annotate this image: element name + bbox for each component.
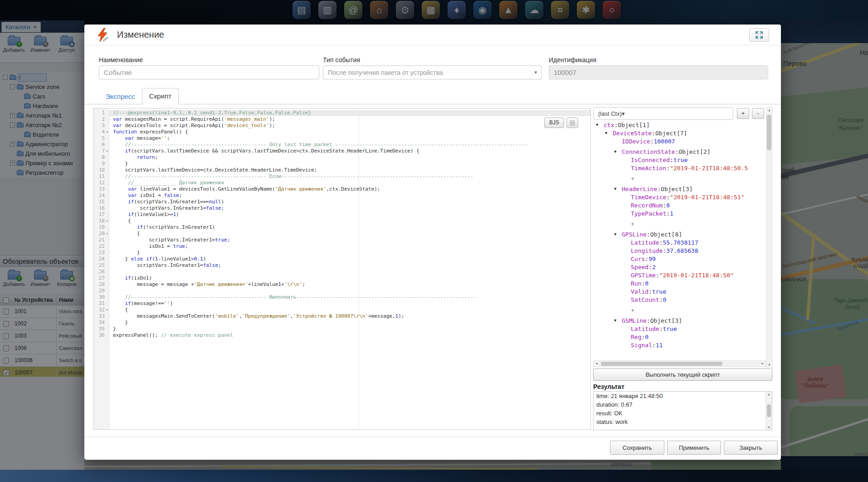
property-value: 0 — [666, 202, 670, 209]
context-tree-item-run[interactable]: Run: 0 — [593, 279, 766, 287]
plus-icon[interactable]: + — [631, 307, 634, 314]
scroll-right-icon[interactable]: ► — [761, 362, 764, 365]
scroll-up-icon[interactable]: ▲ — [767, 393, 770, 396]
script-editor[interactable]: 1//---@express{line1-9,1,,0.1_send1-2,Tr… — [93, 108, 591, 430]
scrollbar-thumb[interactable] — [601, 362, 722, 366]
context-tree-item-timeaction[interactable]: TimeAction: "2019-01-21T18:48:50.5 — [593, 164, 766, 172]
inspector-horizontal-scrollbar[interactable]: ◄ ► — [593, 360, 766, 367]
context-tree-item-iddevice[interactable]: IDDevice: 100007 — [593, 137, 766, 145]
property-key: IDDevice — [622, 138, 650, 145]
collapse-arrow-icon[interactable]: ▼ — [614, 318, 622, 323]
property-value: Object[3] — [650, 317, 682, 324]
context-tree-item-ctx[interactable]: ▼ctx: Object[1] — [593, 121, 766, 129]
tab-express[interactable]: Экспресс — [99, 89, 142, 104]
inspector-vertical-scrollbar[interactable]: ▲ ▼ — [766, 107, 772, 368]
scroll-down-icon[interactable]: ▼ — [768, 363, 771, 366]
bjs-button[interactable]: BJS — [544, 118, 564, 128]
result-scrollbar[interactable]: ▲ ▼ — [766, 392, 772, 430]
scroll-up-icon[interactable]: ▲ — [768, 108, 771, 112]
code-line-29: 29 — [94, 288, 590, 294]
context-tree-item-connectionstate[interactable]: ▼ConnectionState: Object[2] — [593, 148, 766, 156]
scrollbar-thumb[interactable] — [767, 115, 771, 150]
tree-expand-more[interactable]: + — [593, 220, 766, 228]
code-line-18: 18▾ { — [94, 218, 590, 224]
code-text: if(lineValue1>=1) — [109, 211, 590, 218]
context-tree-item-reg[interactable]: Reg: 0 — [593, 333, 766, 341]
context-tree-item-typepacket[interactable]: TypePacket: 1 — [593, 209, 766, 217]
plus-icon[interactable]: + — [631, 175, 634, 182]
code-line-17: 17 if(lineValue1>=1) — [94, 211, 590, 218]
context-tree-item-valid[interactable]: Valid: true — [593, 287, 766, 295]
context-selector[interactable]: (last Ctx) ▾ — [593, 107, 733, 120]
context-tree-item-latitude[interactable]: Latitude: true — [593, 325, 766, 333]
save-button[interactable]: Сохранить — [610, 441, 664, 455]
plus-icon[interactable]: + — [631, 221, 634, 227]
property-value: Object[7] — [655, 130, 687, 137]
context-tree-item-longitude[interactable]: Longitude: 37.685638 — [593, 246, 766, 255]
collapse-arrow-icon[interactable]: ▼ — [614, 187, 622, 191]
context-tree-item-speed[interactable]: Speed: 2 — [593, 263, 766, 271]
colon: : — [659, 239, 663, 246]
fold-spacer — [105, 243, 109, 250]
tree-expand-more[interactable]: + — [593, 174, 766, 182]
fold-icon[interactable]: ▾ — [105, 148, 109, 154]
collapse-arrow-icon[interactable]: ▼ — [614, 232, 622, 236]
code-line-10: 10 scriptVars.lastTimeDevice=ctx.DeviceS… — [94, 167, 590, 173]
result-line: result: OK — [594, 409, 772, 418]
property-value: 37.685638 — [666, 247, 698, 254]
context-tree-item-gsmline[interactable]: ▼GSMLine: Object[3] — [593, 316, 766, 325]
context-tree-item-gpsline[interactable]: ▼GPSLine: Object[8] — [593, 230, 766, 238]
fold-spacer — [105, 167, 109, 173]
fold-icon[interactable]: ▾ — [105, 129, 109, 135]
context-selector-value: (last Ctx) — [598, 110, 622, 117]
context-tree-item-timedevice[interactable]: TimeDevice: "2019-01-21T18:48:51" — [593, 193, 766, 201]
fold-icon[interactable]: ▾ — [105, 231, 109, 237]
colon: : — [649, 288, 652, 295]
code-line-19: 19 if(!scriptVars.InGreater1) — [94, 224, 590, 231]
result-box[interactable]: time: 21 января 21:48:50duration: 0.67re… — [593, 391, 772, 430]
tab-script[interactable]: Скрипт — [142, 88, 179, 104]
code-text: } — [109, 326, 590, 332]
context-tree-item-curs[interactable]: Curs: 99 — [593, 255, 766, 263]
context-tree-item-signal[interactable]: Signal: 11 — [593, 341, 766, 349]
line-number: 8 — [94, 154, 105, 161]
context-tree-item-gpstime[interactable]: GPSTime: "2019-01-21T18:48:50" — [593, 271, 766, 279]
font-decrease-button[interactable]: - — [752, 108, 764, 119]
run-script-button[interactable]: Выполнить текущий скрипт — [593, 369, 772, 381]
property-value: Object[3] — [661, 186, 692, 192]
context-tree-item-devicestate[interactable]: ▼DeviceState: Object[7] — [593, 129, 766, 137]
context-tree-item-headerline[interactable]: ▼HeaderLine: Object[3] — [593, 185, 766, 193]
property-key: TypePacket — [631, 210, 666, 217]
context-tree-item-recordnum[interactable]: RecordNum: 0 — [593, 201, 766, 209]
tree-expand-more[interactable]: + — [593, 306, 766, 314]
colon: : — [641, 334, 645, 340]
property-key: Signal — [631, 342, 652, 349]
name-input[interactable]: Событие — [99, 65, 319, 79]
result-line: time: 21 января 21:48:50 — [594, 392, 772, 400]
scroll-down-icon[interactable]: ▼ — [767, 426, 770, 429]
fold-spacer — [105, 186, 109, 192]
code-line-16: 16 scriptVars.InGreater1=false; — [94, 205, 590, 211]
collapse-arrow-icon[interactable]: ▼ — [605, 131, 613, 135]
context-object-tree[interactable]: ▼ctx: Object[1]▼DeviceState: Object[7]ID… — [593, 121, 766, 359]
fold-icon[interactable]: ▾ — [105, 218, 109, 224]
context-tree-item-latitude[interactable]: Latitude: 55.7038117 — [593, 238, 766, 246]
close-button[interactable]: Закрыть — [724, 441, 778, 455]
context-tree-item-isconnected[interactable]: IsConnected: true — [593, 156, 766, 164]
expand-dialog-button[interactable] — [749, 28, 769, 42]
apply-button[interactable]: Применить — [667, 441, 721, 455]
context-tree-item-satcount[interactable]: SatCount: 0 — [593, 295, 766, 304]
fold-icon[interactable]: ▾ — [105, 307, 109, 313]
colon: : — [649, 264, 652, 271]
collapse-arrow-icon[interactable]: ▼ — [596, 123, 604, 127]
dialog-tabs: ЭкспрессСкрипт — [84, 89, 781, 104]
code-line-34: 34 } — [94, 320, 590, 326]
collapse-arrow-icon[interactable]: ▼ — [614, 149, 622, 154]
font-increase-button[interactable]: + — [737, 108, 749, 119]
fold-spacer — [105, 205, 109, 211]
editor-menu-button[interactable] — [566, 118, 578, 128]
scrollbar-thumb[interactable] — [767, 404, 771, 417]
code-line-33: 33 messagesMain.SendToCenter('mobile','П… — [94, 313, 590, 320]
event-type-select[interactable]: После получения пакета от устройства ▾ — [323, 65, 542, 79]
scroll-left-icon[interactable]: ◄ — [595, 362, 598, 365]
